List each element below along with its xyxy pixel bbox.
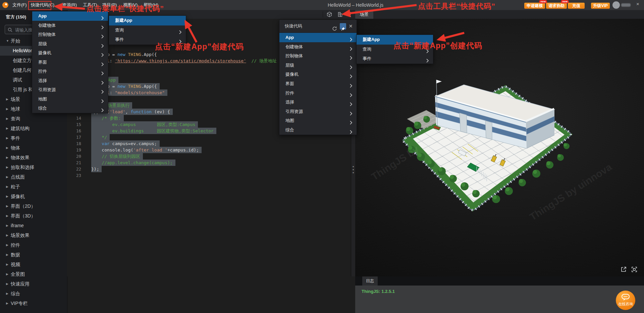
close-icon[interactable]: × bbox=[636, 1, 639, 7]
sidebar-item-建筑结构[interactable]: ▶建筑结构 bbox=[0, 124, 67, 133]
fullscreen-icon[interactable] bbox=[631, 266, 638, 273]
sidebar-item-粒子[interactable]: ▶粒子 bbox=[0, 182, 67, 192]
sidebar-item-视频[interactable]: ▶视频 bbox=[0, 260, 67, 269]
menu-item-事件[interactable]: 事件 bbox=[109, 35, 186, 45]
menu-item-创建物体[interactable]: 创建物体 bbox=[32, 21, 108, 30]
window-title: HelloWorld – HelloWorld.js bbox=[328, 0, 383, 10]
code-line[interactable]: 18 var campus=ev.campus; bbox=[67, 140, 351, 147]
menu-item-新建App[interactable]: 新建App bbox=[109, 16, 186, 25]
building-icon[interactable] bbox=[336, 11, 344, 18]
sidebar-item-物体[interactable]: ▶物体 bbox=[0, 143, 67, 153]
sidebar-item-拾取和选择[interactable]: ▶拾取和选择 bbox=[0, 163, 67, 172]
menu-item-控件[interactable]: 控件 bbox=[279, 88, 357, 98]
cube-icon[interactable] bbox=[325, 11, 333, 18]
sidebar-item-iframe[interactable]: ▶iframe bbox=[0, 221, 67, 231]
sidebar-item-VIP专栏[interactable]: ▶VIP专栏 bbox=[0, 299, 67, 308]
menu-item-控制物体[interactable]: 控制物体 bbox=[32, 30, 108, 39]
menu-item-新建App[interactable]: 新建App bbox=[357, 35, 433, 45]
log-panel: 日志 ThingJS: 1.2.5.1 bbox=[355, 276, 644, 313]
toolbar-divider bbox=[323, 11, 323, 17]
menu-item-查询[interactable]: 查询 bbox=[357, 45, 433, 54]
sidebar-item-场景效果[interactable]: ▶场景效果 bbox=[0, 231, 67, 240]
menu-item-label: 地图 bbox=[38, 95, 47, 104]
menu-item-创建物体[interactable]: 创建物体 bbox=[279, 42, 357, 52]
menu-item-界面[interactable]: 界面 bbox=[32, 58, 108, 67]
sidebar-item-label: 物体效果 bbox=[11, 153, 30, 163]
sidebar-item-label: 视频 bbox=[11, 260, 20, 269]
menu-item-App[interactable]: App bbox=[32, 11, 108, 21]
refresh-icon[interactable] bbox=[331, 23, 338, 29]
code-text: ev.buildings 园区建筑物,类型:Selector bbox=[91, 128, 216, 134]
action-button-2[interactable]: 请求协助new bbox=[546, 3, 567, 9]
open-external-icon[interactable] bbox=[620, 266, 627, 273]
menu-item-事件[interactable]: 事件 bbox=[357, 54, 433, 64]
menu-item-控件[interactable]: 控件 bbox=[32, 67, 108, 76]
tab-scene[interactable]: 场景 bbox=[355, 10, 373, 19]
action-button-1[interactable]: 申请建模new bbox=[524, 3, 545, 9]
code-line[interactable]: 21 //app.level.change(campus); bbox=[67, 160, 351, 166]
menu-item-界面[interactable]: 界面 bbox=[279, 79, 357, 88]
menu-item-label: 控件 bbox=[38, 67, 47, 76]
menu-item-综合[interactable]: 综合 bbox=[32, 104, 108, 113]
menu-item-地图[interactable]: 地图 bbox=[32, 95, 108, 104]
menubar-item-3[interactable]: 资源(R) bbox=[62, 0, 77, 10]
sidebar-item-全景图[interactable]: ▶全景图 bbox=[0, 269, 67, 279]
chevron-right-icon bbox=[101, 106, 104, 116]
menubar-item-1[interactable]: 文件(F) bbox=[12, 0, 27, 10]
line-number: 14 bbox=[67, 115, 81, 121]
menu-item-选择[interactable]: 选择 bbox=[279, 98, 357, 107]
menu-item-层级[interactable]: 层级 bbox=[279, 61, 357, 70]
chevron-right-icon: ▶ bbox=[6, 163, 8, 172]
menubar-item-2[interactable]: 快捷代码(C) bbox=[31, 0, 54, 10]
drag-dots-icon: ••• bbox=[353, 166, 354, 175]
menubar-item-5[interactable]: 项目(P) bbox=[102, 0, 117, 10]
action-button-3[interactable]: 充值 bbox=[568, 3, 585, 9]
menu-item-摄像机[interactable]: 摄像机 bbox=[32, 48, 108, 58]
action-button-4[interactable]: 升级VIP bbox=[591, 3, 610, 9]
code-text: url: 'https://www.thingjs.com/static/mod… bbox=[91, 58, 277, 64]
sidebar-item-查询[interactable]: ▶查询 bbox=[0, 114, 67, 124]
line-number: 23 bbox=[67, 172, 81, 179]
menubar-item-6[interactable]: 视图(V) bbox=[123, 0, 138, 10]
pin-icon[interactable] bbox=[340, 23, 346, 29]
chevron-down-icon: ▼ bbox=[6, 36, 9, 46]
menu-item-label: 控制物体 bbox=[285, 51, 303, 61]
code-line[interactable]: 23 bbox=[67, 172, 351, 179]
sidebar-item-界面（2D）[interactable]: ▶界面（2D） bbox=[0, 201, 67, 211]
sidebar-item-界面（3D）[interactable]: ▶界面（3D） bbox=[0, 211, 67, 221]
sidebar-item-摄像机[interactable]: ▶摄像机 bbox=[0, 192, 67, 201]
sidebar-item-快速应用[interactable]: ▶快速应用 bbox=[0, 279, 67, 289]
chevron-right-icon: ▶ bbox=[6, 221, 8, 231]
code-line[interactable]: 22}); bbox=[67, 166, 351, 172]
code-line[interactable]: 20 // 切换层级到园区 bbox=[67, 153, 351, 160]
menu-item-地图[interactable]: 地图 bbox=[279, 116, 357, 125]
menu-item-App[interactable]: App bbox=[279, 33, 357, 42]
chevron-right-icon: ▶ bbox=[6, 201, 8, 211]
sidebar-item-事件[interactable]: ▶事件 bbox=[0, 133, 67, 143]
tab-log[interactable]: 日志 bbox=[362, 276, 378, 286]
sidebar-item-物体效果[interactable]: ▶物体效果 bbox=[0, 153, 67, 163]
avatar[interactable] bbox=[612, 1, 620, 9]
sidebar-item-label: 数据 bbox=[11, 250, 20, 260]
sidebar-item-综合[interactable]: ▶综合 bbox=[0, 289, 67, 299]
sidebar-item-点线面[interactable]: ▶点线面 bbox=[0, 172, 67, 182]
menu-item-label: 综合 bbox=[285, 125, 294, 135]
online-support-button[interactable]: 在线咨询 bbox=[616, 291, 635, 310]
menubar-item-4[interactable]: 工具(T) bbox=[83, 0, 97, 10]
code-line[interactable]: 19 console.log('after load '+campus.id); bbox=[67, 147, 351, 153]
menu-item-摄像机[interactable]: 摄像机 bbox=[279, 70, 357, 79]
menu-item-查询[interactable]: 查询 bbox=[109, 25, 186, 35]
menu-item-选择[interactable]: 选择 bbox=[32, 76, 108, 85]
menubar-item-7[interactable]: 帮助(H) bbox=[144, 0, 158, 10]
chevron-right-icon: ▶ bbox=[6, 269, 8, 279]
code-line[interactable]: 17 */ bbox=[67, 134, 351, 140]
close-icon[interactable]: ✕ bbox=[347, 23, 354, 29]
menu-item-label: 选择 bbox=[38, 76, 47, 85]
menu-item-综合[interactable]: 综合 bbox=[279, 125, 357, 135]
menu-item-引用资源[interactable]: 引用资源 bbox=[32, 85, 108, 95]
menu-item-控制物体[interactable]: 控制物体 bbox=[279, 51, 357, 61]
sidebar-item-控件[interactable]: ▶控件 bbox=[0, 240, 67, 250]
sidebar-item-数据[interactable]: ▶数据 bbox=[0, 250, 67, 260]
menu-item-层级[interactable]: 层级 bbox=[32, 39, 108, 49]
menu-item-引用资源[interactable]: 引用资源 bbox=[279, 107, 357, 116]
